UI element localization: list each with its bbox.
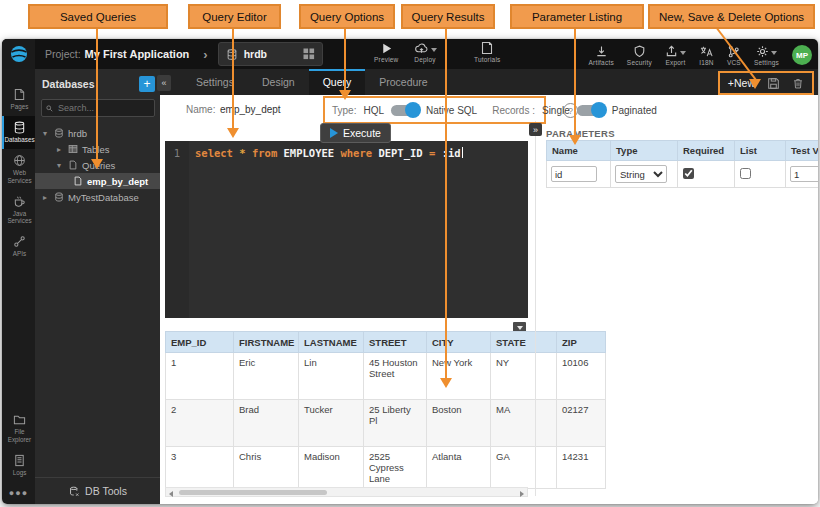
tab-design[interactable]: Design bbox=[248, 69, 309, 95]
records-option-paginated[interactable]: Paginated bbox=[612, 105, 657, 116]
database-icon bbox=[54, 192, 64, 202]
param-list-checkbox[interactable] bbox=[740, 168, 751, 179]
type-option-native-sql[interactable]: Native SQL bbox=[426, 105, 477, 116]
user-avatar[interactable]: MP bbox=[792, 45, 812, 65]
results-row[interactable]: 1EricLin45 Houston StreetNew YorkNY10106 bbox=[166, 353, 606, 400]
sidebar-item-web-services[interactable]: Web Services bbox=[2, 149, 35, 189]
tab-query[interactable]: Query bbox=[309, 69, 366, 95]
execute-button[interactable]: Execute bbox=[320, 123, 391, 143]
params-column-header: Required bbox=[678, 141, 735, 161]
delete-icon[interactable] bbox=[792, 77, 804, 90]
results-cell: 2 bbox=[166, 400, 234, 447]
results-column-header[interactable]: STREET bbox=[364, 332, 427, 353]
sidebar-item-file-explorer[interactable]: File Explorer bbox=[2, 408, 35, 448]
search-input[interactable] bbox=[56, 102, 150, 114]
translate-icon bbox=[699, 45, 714, 58]
i18n-button[interactable]: I18N bbox=[699, 44, 714, 66]
records-toggle[interactable] bbox=[577, 105, 605, 116]
callout-arrowhead-icon bbox=[440, 378, 452, 388]
param-type-select[interactable]: String bbox=[615, 165, 667, 183]
records-option-single[interactable]: Single bbox=[542, 105, 570, 116]
results-column-header[interactable]: STATE bbox=[491, 332, 557, 353]
caret-down-icon[interactable]: ▾ bbox=[57, 161, 64, 170]
results-cell: Atlanta bbox=[427, 447, 491, 489]
sidebar-item-apis[interactable]: APIs bbox=[2, 230, 35, 263]
records-label: Records : bbox=[492, 105, 535, 116]
artifacts-button[interactable]: Artifacts bbox=[589, 44, 614, 66]
results-cell: NY bbox=[491, 353, 557, 400]
tab-settings[interactable]: Settings bbox=[182, 69, 248, 95]
results-cell: Chris bbox=[234, 447, 299, 489]
results-row[interactable]: 2BradTucker25 Liberty PlBostonMA02127 bbox=[166, 400, 606, 447]
settings-button[interactable]: Settings bbox=[754, 44, 779, 66]
tree-item-tables[interactable]: ▸ Tables bbox=[35, 141, 161, 157]
security-button[interactable]: Security bbox=[627, 44, 652, 66]
param-test-value-input[interactable] bbox=[790, 166, 818, 182]
caret-right-icon[interactable]: ▸ bbox=[57, 145, 64, 154]
callout-query-options: Query Options bbox=[299, 4, 395, 29]
breadcrumb: Project:My First Application bbox=[45, 48, 189, 60]
sidebar-item-java-services[interactable]: Java Services bbox=[2, 190, 35, 230]
grid-icon[interactable] bbox=[303, 48, 315, 60]
results-cell: 2525 Cypress Lane bbox=[364, 447, 427, 489]
callout-query-editor: Query Editor bbox=[188, 4, 281, 29]
shield-icon bbox=[633, 45, 646, 58]
db-tab-label: hrdb bbox=[244, 48, 267, 60]
results-cell: 14231 bbox=[557, 447, 606, 489]
collapse-panel-button[interactable]: « bbox=[157, 75, 171, 91]
query-options-highlight: Type: HQL Native SQL Records : Single Pa… bbox=[323, 96, 546, 124]
scrollbar-thumb[interactable] bbox=[179, 490, 327, 496]
db-tools-button[interactable]: DB Tools bbox=[35, 477, 161, 504]
tree-item-emp-by-dept[interactable]: emp_by_dept bbox=[35, 173, 161, 189]
sidebar-item-pages[interactable]: Pages bbox=[2, 83, 35, 116]
scroll-left-icon[interactable] bbox=[169, 491, 173, 497]
tutorials-button[interactable]: Tutorials bbox=[474, 41, 500, 63]
results-column-header[interactable]: LASTNAME bbox=[299, 332, 364, 353]
horizontal-scrollbar[interactable] bbox=[165, 487, 528, 497]
gear-icon bbox=[756, 45, 769, 58]
callout-saved-queries: Saved Queries bbox=[28, 4, 168, 29]
results-cell: New York bbox=[427, 353, 491, 400]
query-name-label: Name: bbox=[186, 104, 215, 115]
param-required-checkbox[interactable] bbox=[683, 168, 694, 179]
results-column-header[interactable]: FIRSTNAME bbox=[234, 332, 299, 353]
sidebar-item-databases[interactable]: Databases bbox=[2, 116, 35, 149]
results-column-header[interactable]: EMP_ID bbox=[166, 332, 234, 353]
expand-parameters-button[interactable]: » bbox=[529, 123, 542, 136]
tree-item-mytestdatabase[interactable]: ▸ MyTestDatabase bbox=[35, 189, 161, 205]
deploy-button[interactable]: Deploy bbox=[414, 41, 437, 63]
preview-button[interactable]: Preview bbox=[374, 41, 399, 63]
results-row[interactable]: 3ChrisMadison2525 Cypress LaneAtlantaGA1… bbox=[166, 447, 606, 489]
sql-editor[interactable]: 1 select * from EMPLOYEE where DEPT_ID =… bbox=[165, 141, 528, 318]
pages-icon bbox=[13, 88, 26, 101]
callout-arrow-line bbox=[574, 27, 576, 135]
tab-procedure[interactable]: Procedure bbox=[365, 69, 441, 95]
callout-arrowhead-icon bbox=[227, 128, 239, 138]
type-toggle[interactable] bbox=[391, 105, 419, 116]
save-icon[interactable] bbox=[767, 77, 780, 90]
type-option-hql[interactable]: HQL bbox=[363, 105, 384, 116]
export-icon bbox=[665, 45, 678, 58]
wavemaker-logo[interactable] bbox=[2, 39, 35, 69]
more-icon[interactable]: ●●● bbox=[2, 482, 35, 504]
add-database-button[interactable]: + bbox=[139, 76, 155, 92]
scroll-right-icon[interactable] bbox=[520, 491, 524, 497]
caret-down-icon[interactable]: ▾ bbox=[43, 129, 50, 138]
panel-divider bbox=[535, 121, 536, 496]
results-cell: 10106 bbox=[557, 353, 606, 400]
results-cell: Lin bbox=[299, 353, 364, 400]
sidebar-item-logs[interactable]: Logs bbox=[2, 449, 35, 482]
web-services-icon bbox=[13, 154, 26, 167]
caret-right-icon[interactable]: ▸ bbox=[43, 193, 50, 202]
results-column-header[interactable]: CITY bbox=[427, 332, 491, 353]
results-column-header[interactable]: ZIP bbox=[557, 332, 606, 353]
database-icon bbox=[54, 128, 64, 138]
results-cell: Boston bbox=[427, 400, 491, 447]
results-cell: MA bbox=[491, 400, 557, 447]
play-icon bbox=[330, 128, 338, 138]
tree-item-hrdb[interactable]: ▾ hrdb bbox=[35, 125, 161, 141]
database-search[interactable] bbox=[41, 99, 155, 117]
param-name-input[interactable] bbox=[551, 166, 597, 182]
cloud-upload-icon bbox=[414, 42, 429, 55]
export-button[interactable]: Export bbox=[665, 44, 686, 66]
